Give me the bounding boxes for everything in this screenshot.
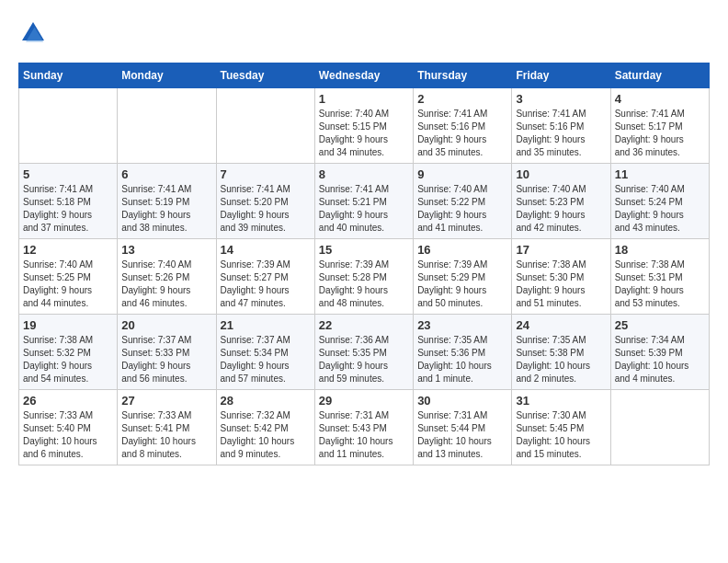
- day-info: Sunrise: 7:35 AM Sunset: 5:36 PM Dayligh…: [417, 334, 507, 385]
- calendar-week-5: 26Sunrise: 7:33 AM Sunset: 5:40 PM Dayli…: [19, 390, 710, 465]
- day-info: Sunrise: 7:40 AM Sunset: 5:24 PM Dayligh…: [615, 183, 705, 235]
- day-info: Sunrise: 7:41 AM Sunset: 5:20 PM Dayligh…: [221, 183, 311, 235]
- day-number: 22: [319, 318, 409, 332]
- day-info: Sunrise: 7:40 AM Sunset: 5:22 PM Dayligh…: [417, 183, 507, 235]
- calendar-cell: 1Sunrise: 7:40 AM Sunset: 5:15 PM Daylig…: [314, 88, 413, 164]
- day-number: 8: [319, 167, 409, 181]
- day-info: Sunrise: 7:37 AM Sunset: 5:34 PM Dayligh…: [221, 334, 311, 385]
- day-header-monday: Monday: [118, 63, 216, 88]
- day-number: 23: [417, 318, 507, 332]
- day-info: Sunrise: 7:37 AM Sunset: 5:33 PM Dayligh…: [121, 334, 211, 385]
- calendar-table: SundayMondayTuesdayWednesdayThursdayFrid…: [18, 63, 710, 465]
- calendar-cell: 19Sunrise: 7:38 AM Sunset: 5:32 PM Dayli…: [19, 315, 118, 390]
- day-number: 12: [23, 243, 113, 257]
- calendar-cell: 4Sunrise: 7:41 AM Sunset: 5:17 PM Daylig…: [610, 88, 709, 164]
- day-info: Sunrise: 7:38 AM Sunset: 5:31 PM Dayligh…: [615, 259, 705, 310]
- day-info: Sunrise: 7:38 AM Sunset: 5:30 PM Dayligh…: [516, 259, 606, 310]
- day-info: Sunrise: 7:41 AM Sunset: 5:16 PM Dayligh…: [417, 108, 507, 159]
- day-number: 4: [615, 92, 705, 106]
- day-number: 17: [516, 243, 606, 257]
- day-header-sunday: Sunday: [19, 63, 118, 88]
- day-info: Sunrise: 7:39 AM Sunset: 5:28 PM Dayligh…: [319, 259, 409, 310]
- day-info: Sunrise: 7:38 AM Sunset: 5:32 PM Dayligh…: [23, 334, 113, 385]
- calendar-cell: 6Sunrise: 7:41 AM Sunset: 5:19 PM Daylig…: [118, 164, 216, 239]
- day-info: Sunrise: 7:40 AM Sunset: 5:23 PM Dayligh…: [516, 183, 606, 235]
- calendar-body: 1Sunrise: 7:40 AM Sunset: 5:15 PM Daylig…: [19, 88, 710, 465]
- calendar-cell: 21Sunrise: 7:37 AM Sunset: 5:34 PM Dayli…: [216, 315, 314, 390]
- calendar-cell: 30Sunrise: 7:31 AM Sunset: 5:44 PM Dayli…: [414, 390, 512, 465]
- calendar-week-1: 1Sunrise: 7:40 AM Sunset: 5:15 PM Daylig…: [19, 88, 710, 164]
- calendar-header-row: SundayMondayTuesdayWednesdayThursdayFrid…: [19, 63, 710, 88]
- calendar-cell: [19, 88, 118, 164]
- calendar-cell: 12Sunrise: 7:40 AM Sunset: 5:25 PM Dayli…: [19, 239, 118, 315]
- calendar-cell: [216, 88, 314, 164]
- day-info: Sunrise: 7:36 AM Sunset: 5:35 PM Dayligh…: [319, 334, 409, 385]
- day-info: Sunrise: 7:41 AM Sunset: 5:21 PM Dayligh…: [319, 183, 409, 235]
- day-header-wednesday: Wednesday: [314, 63, 413, 88]
- calendar-cell: 29Sunrise: 7:31 AM Sunset: 5:43 PM Dayli…: [314, 390, 413, 465]
- day-number: 21: [221, 318, 311, 332]
- calendar-week-3: 12Sunrise: 7:40 AM Sunset: 5:25 PM Dayli…: [19, 239, 710, 315]
- day-header-tuesday: Tuesday: [216, 63, 314, 88]
- day-info: Sunrise: 7:34 AM Sunset: 5:39 PM Dayligh…: [615, 334, 705, 385]
- day-number: 11: [615, 167, 705, 181]
- calendar-cell: 16Sunrise: 7:39 AM Sunset: 5:29 PM Dayli…: [414, 239, 512, 315]
- calendar-cell: 27Sunrise: 7:33 AM Sunset: 5:41 PM Dayli…: [118, 390, 216, 465]
- day-number: 9: [417, 167, 507, 181]
- calendar-cell: 31Sunrise: 7:30 AM Sunset: 5:45 PM Dayli…: [512, 390, 610, 465]
- day-info: Sunrise: 7:30 AM Sunset: 5:45 PM Dayligh…: [516, 409, 606, 461]
- day-info: Sunrise: 7:41 AM Sunset: 5:19 PM Dayligh…: [121, 183, 211, 235]
- day-number: 2: [417, 92, 507, 106]
- calendar-cell: 15Sunrise: 7:39 AM Sunset: 5:28 PM Dayli…: [314, 239, 413, 315]
- day-number: 3: [516, 92, 606, 106]
- day-number: 24: [516, 318, 606, 332]
- calendar-cell: 22Sunrise: 7:36 AM Sunset: 5:35 PM Dayli…: [314, 315, 413, 390]
- calendar-cell: 26Sunrise: 7:33 AM Sunset: 5:40 PM Dayli…: [19, 390, 118, 465]
- calendar-cell: 2Sunrise: 7:41 AM Sunset: 5:16 PM Daylig…: [414, 88, 512, 164]
- day-number: 31: [516, 394, 606, 408]
- day-info: Sunrise: 7:40 AM Sunset: 5:26 PM Dayligh…: [121, 259, 211, 310]
- calendar-week-4: 19Sunrise: 7:38 AM Sunset: 5:32 PM Dayli…: [19, 315, 710, 390]
- day-number: 10: [516, 167, 606, 181]
- day-info: Sunrise: 7:40 AM Sunset: 5:15 PM Dayligh…: [319, 108, 409, 159]
- day-number: 16: [417, 243, 507, 257]
- page-header: [18, 18, 710, 48]
- day-info: Sunrise: 7:41 AM Sunset: 5:16 PM Dayligh…: [516, 108, 606, 159]
- calendar-cell: 3Sunrise: 7:41 AM Sunset: 5:16 PM Daylig…: [512, 88, 610, 164]
- calendar-cell: 20Sunrise: 7:37 AM Sunset: 5:33 PM Dayli…: [118, 315, 216, 390]
- day-number: 20: [121, 318, 211, 332]
- calendar-cell: 24Sunrise: 7:35 AM Sunset: 5:38 PM Dayli…: [512, 315, 610, 390]
- calendar-cell: [118, 88, 216, 164]
- day-number: 7: [221, 167, 311, 181]
- day-header-friday: Friday: [512, 63, 610, 88]
- day-info: Sunrise: 7:33 AM Sunset: 5:40 PM Dayligh…: [23, 409, 113, 461]
- day-number: 25: [615, 318, 705, 332]
- day-info: Sunrise: 7:41 AM Sunset: 5:18 PM Dayligh…: [23, 183, 113, 235]
- day-number: 19: [23, 318, 113, 332]
- calendar-cell: 28Sunrise: 7:32 AM Sunset: 5:42 PM Dayli…: [216, 390, 314, 465]
- day-number: 13: [121, 243, 211, 257]
- day-number: 18: [615, 243, 705, 257]
- day-header-thursday: Thursday: [414, 63, 512, 88]
- day-info: Sunrise: 7:31 AM Sunset: 5:44 PM Dayligh…: [417, 409, 507, 461]
- day-number: 5: [23, 167, 113, 181]
- calendar-week-2: 5Sunrise: 7:41 AM Sunset: 5:18 PM Daylig…: [19, 164, 710, 239]
- calendar-cell: 25Sunrise: 7:34 AM Sunset: 5:39 PM Dayli…: [610, 315, 709, 390]
- calendar-cell: 9Sunrise: 7:40 AM Sunset: 5:22 PM Daylig…: [414, 164, 512, 239]
- day-number: 15: [319, 243, 409, 257]
- day-number: 14: [221, 243, 311, 257]
- day-number: 30: [417, 394, 507, 408]
- calendar-cell: 5Sunrise: 7:41 AM Sunset: 5:18 PM Daylig…: [19, 164, 118, 239]
- calendar-cell: 18Sunrise: 7:38 AM Sunset: 5:31 PM Dayli…: [610, 239, 709, 315]
- calendar-cell: 17Sunrise: 7:38 AM Sunset: 5:30 PM Dayli…: [512, 239, 610, 315]
- day-info: Sunrise: 7:35 AM Sunset: 5:38 PM Dayligh…: [516, 334, 606, 385]
- day-info: Sunrise: 7:32 AM Sunset: 5:42 PM Dayligh…: [221, 409, 311, 461]
- logo-icon: [18, 18, 48, 48]
- day-number: 27: [121, 394, 211, 408]
- day-number: 29: [319, 394, 409, 408]
- day-info: Sunrise: 7:40 AM Sunset: 5:25 PM Dayligh…: [23, 259, 113, 310]
- day-info: Sunrise: 7:33 AM Sunset: 5:41 PM Dayligh…: [121, 409, 211, 461]
- calendar-cell: 10Sunrise: 7:40 AM Sunset: 5:23 PM Dayli…: [512, 164, 610, 239]
- calendar-cell: 14Sunrise: 7:39 AM Sunset: 5:27 PM Dayli…: [216, 239, 314, 315]
- calendar-cell: 23Sunrise: 7:35 AM Sunset: 5:36 PM Dayli…: [414, 315, 512, 390]
